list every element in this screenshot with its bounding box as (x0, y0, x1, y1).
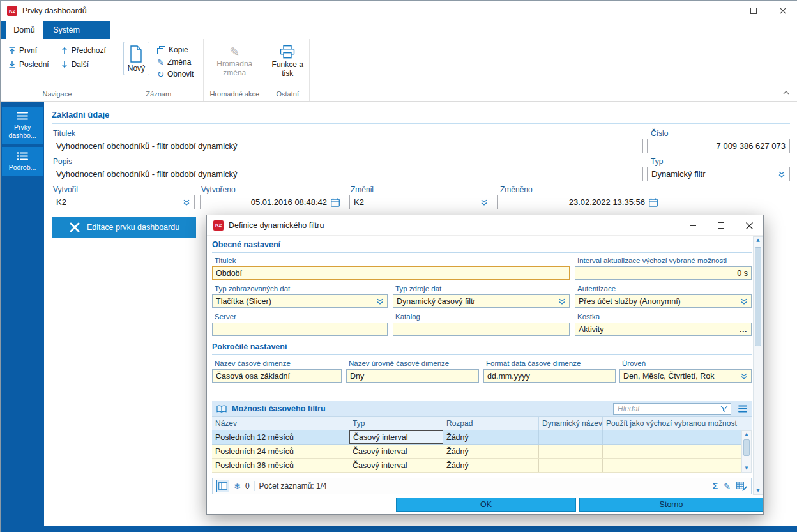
dialog-scrollbar[interactable]: ▲ ▼ (753, 236, 763, 495)
cell-pouzit[interactable] (603, 445, 741, 458)
obnovit-button[interactable]: ↻ Obnovit (157, 70, 194, 79)
interval-input[interactable]: 0 s (575, 266, 752, 280)
dialog-scrollbar-thumb[interactable] (755, 247, 761, 346)
dalsi-button[interactable]: Další (59, 59, 107, 70)
column-header-pouzit[interactable]: Použít jako výchozí vybranou možnost (603, 417, 752, 430)
nazev-dimenze-value: Časová osa základní (216, 372, 290, 381)
katalog-input[interactable] (393, 323, 570, 336)
cislo-input[interactable]: 7 009 386 627 073 (647, 139, 790, 153)
column-header-rozpad[interactable]: Rozpad (443, 417, 539, 430)
close-button[interactable] (768, 1, 797, 21)
minimize-button[interactable] (710, 1, 739, 21)
dialog-minimize-button[interactable] (679, 215, 707, 236)
predchozi-button[interactable]: Předchozí (59, 45, 107, 56)
posledni-button[interactable]: Poslední (7, 59, 50, 70)
kostka-input[interactable]: Aktivity … (575, 323, 752, 336)
moznosti-title: Možnosti časového filtru (232, 404, 326, 413)
status-badge: 0 (245, 482, 250, 490)
autentizace-dropdown[interactable]: Přes účet služby (Anonymní) (575, 294, 752, 308)
dlg-titulek-input[interactable]: Období (212, 266, 570, 280)
zmenil-dropdown[interactable]: K2 (349, 195, 492, 209)
server-input[interactable] (212, 323, 388, 336)
search-input[interactable] (616, 404, 718, 414)
cell-typ[interactable]: Časový interval (349, 459, 443, 472)
snowflake-icon[interactable]: ❄ (234, 482, 241, 490)
kopie-button[interactable]: Kopie (157, 45, 194, 54)
nazev-urovne-input[interactable]: Dny (346, 369, 479, 383)
cell-nazev[interactable]: Posledních 36 měsíců (212, 459, 349, 472)
ribbon-collapse-button[interactable] (780, 88, 792, 97)
tab-system[interactable]: Systém (43, 21, 90, 39)
vytvoril-dropdown[interactable]: K2 (52, 195, 195, 209)
cell-dynamicky-nazev[interactable] (539, 445, 603, 458)
edit-pencil-icon[interactable]: ✎ (724, 482, 731, 490)
column-header-nazev[interactable]: Název (212, 417, 349, 430)
split-view-icon (218, 482, 227, 490)
typ-dropdown[interactable]: Dynamický filtr (647, 167, 790, 181)
table-scrollbar-thumb[interactable] (743, 439, 750, 456)
view-toggle-button[interactable] (216, 480, 229, 492)
novy-button[interactable]: Nový (123, 42, 149, 75)
typ-zdroje-dropdown[interactable]: Dynamický časový filtr (393, 294, 570, 308)
cell-nazev[interactable]: Posledních 12 měsíců (212, 430, 349, 444)
cell-rozpad[interactable]: Žádný (443, 459, 539, 472)
section-header-zakladni-udaje: Základní údaje (52, 110, 109, 119)
cell-typ[interactable]: Časový interval (349, 445, 443, 458)
cell-typ[interactable]: Časový interval (349, 430, 443, 444)
format-data-value: dd.mm.yyyy (487, 372, 530, 381)
ribbon-group-ostatni: Funkce a tisk Ostatní (266, 39, 310, 101)
window-title: Prvky dashboardů (22, 6, 87, 15)
cell-pouzit[interactable] (603, 430, 741, 444)
scroll-down-icon[interactable]: ▼ (745, 466, 748, 471)
titulek-input[interactable]: Vyhodnocení obchodníků - filtr období dy… (52, 139, 643, 153)
cell-pouzit[interactable] (603, 459, 741, 472)
prvni-button[interactable]: První (7, 45, 50, 56)
editace-prvku-dashboardu-button[interactable]: Editace prvku dashboardu (52, 217, 196, 238)
sidebar-item-prvky-dashboardu[interactable]: Prvky dashbo... (2, 107, 43, 144)
ribbon-group-navigace: První Předchozí Poslední Další (1, 39, 114, 101)
sidebar-item-podrobnosti[interactable]: Podrob... (2, 147, 43, 176)
ellipsis-button[interactable]: … (740, 326, 748, 333)
dialog-maximize-button[interactable] (707, 215, 735, 236)
ribbon-tabrow: Domů Systém (1, 21, 797, 39)
book-icon (216, 405, 227, 413)
zmeneno-datepicker[interactable]: 23.02.2022 13:35:56 (497, 195, 662, 209)
maximize-button[interactable] (739, 1, 768, 21)
table-row[interactable]: Posledních 36 měsíců Časový interval Žád… (212, 459, 741, 473)
column-header-dynamicky-nazev[interactable]: Dynamický název (539, 417, 603, 430)
zmena-button[interactable]: ✎ Změna (157, 57, 194, 66)
pencil-icon: ✎ (157, 58, 164, 66)
scroll-down-icon[interactable]: ▼ (756, 489, 759, 493)
vytvoreno-datepicker[interactable]: 05.01.2016 08:48:42 (200, 195, 344, 209)
scroll-up-icon[interactable]: ▲ (745, 432, 748, 437)
popis-input[interactable]: Vyhodnocení obchodníků - filtr období dy… (52, 167, 643, 181)
cell-dynamicky-nazev[interactable] (539, 459, 603, 472)
vytvoreno-value: 05.01.2016 08:48:42 (251, 197, 327, 207)
uroven-dropdown[interactable]: Den, Měsíc, Čtvrtletí, Rok (619, 369, 752, 383)
sum-icon[interactable]: Σ (713, 482, 718, 490)
cell-rozpad[interactable]: Žádný (443, 430, 539, 444)
cell-rozpad[interactable]: Žádný (443, 445, 539, 458)
ok-button[interactable]: OK (396, 498, 576, 512)
chevron-up-icon (783, 91, 789, 95)
bottom-statusbar (1, 526, 797, 532)
format-data-input[interactable]: dd.mm.yyyy (483, 369, 616, 383)
edit-table-icon[interactable] (736, 482, 747, 491)
table-scrollbar[interactable]: ▲ ▼ (741, 430, 752, 473)
storno-button[interactable]: Storno (579, 498, 763, 512)
table-row[interactable]: Posledních 12 měsíců Časový interval Žád… (212, 430, 741, 445)
scroll-up-icon[interactable]: ▲ (756, 238, 759, 243)
typ-dat-dropdown[interactable]: Tlačítka (Slicer) (212, 294, 388, 308)
tab-domu[interactable]: Domů (6, 21, 43, 39)
column-header-typ[interactable]: Typ (349, 417, 443, 430)
table-row[interactable]: Posledních 24 měsíců Časový interval Žád… (212, 445, 741, 459)
filter-funnel-icon[interactable] (720, 405, 728, 413)
dialog-close-button[interactable] (735, 215, 763, 236)
nazev-dimenze-input[interactable]: Časová osa základní (212, 369, 342, 383)
cell-nazev[interactable]: Posledních 24 měsíců (212, 445, 349, 458)
funkce-a-tisk-button[interactable]: Funkce a tisk (266, 42, 308, 80)
table-menu-button[interactable] (736, 402, 749, 415)
cell-dynamicky-nazev[interactable] (539, 430, 603, 444)
dropdown-chevrons-icon (480, 199, 488, 206)
vytvoril-value: K2 (56, 197, 66, 207)
